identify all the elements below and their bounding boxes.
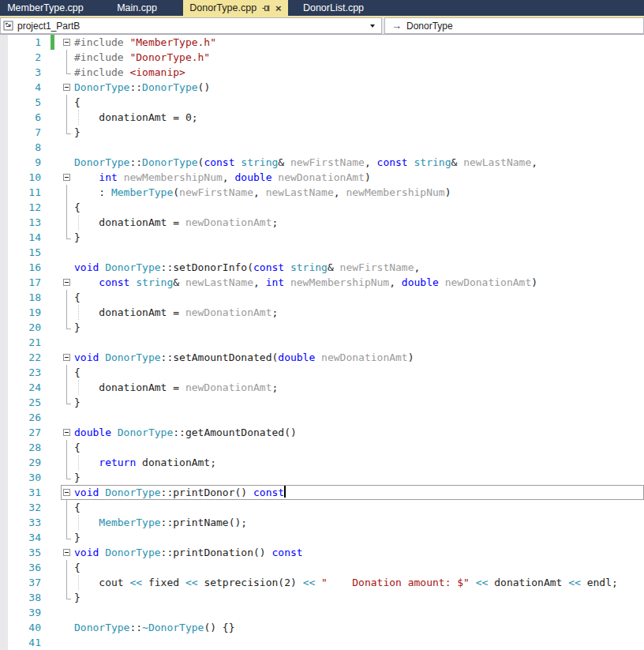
collapse-region-icon[interactable]: [63, 489, 70, 496]
code-line[interactable]: donationAmt = newDonationAmt;: [74, 305, 644, 320]
line-number[interactable]: 19: [0, 305, 43, 320]
line-number[interactable]: 11: [0, 185, 43, 200]
line-number[interactable]: 33: [0, 515, 43, 530]
line-number[interactable]: 39: [0, 605, 43, 620]
code-line[interactable]: donationAmt = newDonationAmt;: [74, 380, 644, 395]
line-number[interactable]: 29: [0, 455, 43, 470]
line-number[interactable]: 37: [0, 575, 43, 590]
collapse-region-icon[interactable]: [63, 354, 70, 361]
code-line[interactable]: }: [74, 395, 644, 410]
line-number[interactable]: 30: [0, 470, 43, 485]
line-number[interactable]: 13: [0, 215, 43, 230]
code-line[interactable]: #include "DonorType.h": [74, 50, 644, 65]
line-number[interactable]: 24: [0, 380, 43, 395]
code-line[interactable]: }: [74, 320, 644, 335]
line-number[interactable]: 18: [0, 290, 43, 305]
line-number[interactable]: 36: [0, 560, 43, 575]
line-number[interactable]: 16: [0, 260, 43, 275]
line-number[interactable]: 38: [0, 590, 43, 605]
code-line[interactable]: DonorType::DonorType(): [74, 80, 644, 95]
line-number[interactable]: 14: [0, 230, 43, 245]
code-line[interactable]: double DonorType::getAmountDonated(): [74, 425, 644, 440]
code-line[interactable]: void DonorType::printDonation() const: [74, 545, 644, 560]
code-line[interactable]: void DonorType::printDonor() const: [74, 485, 644, 500]
code-line[interactable]: [74, 605, 644, 620]
code-line[interactable]: void DonorType::setAmountDonated(double …: [74, 350, 644, 365]
line-number[interactable]: 23: [0, 365, 43, 380]
line-number[interactable]: 22: [0, 350, 43, 365]
line-number[interactable]: 3: [0, 65, 43, 80]
line-number[interactable]: 1: [0, 35, 43, 50]
code-line[interactable]: MemberType::printName();: [74, 515, 644, 530]
collapse-region-icon[interactable]: [63, 39, 70, 46]
code-line[interactable]: {: [74, 290, 644, 305]
code-line[interactable]: [74, 410, 644, 425]
line-number[interactable]: 41: [0, 635, 43, 650]
line-number[interactable]: 5: [0, 95, 43, 110]
line-number[interactable]: 26: [0, 410, 43, 425]
code-line[interactable]: donationAmt = 0;: [74, 110, 644, 125]
line-number[interactable]: 15: [0, 245, 43, 260]
line-number[interactable]: 7: [0, 125, 43, 140]
close-icon[interactable]: ×: [275, 4, 282, 13]
collapse-region-icon[interactable]: [63, 549, 70, 556]
line-number[interactable]: 21: [0, 335, 43, 350]
tab-donorlist-cpp[interactable]: DonorList.cpp: [288, 0, 379, 16]
code-line[interactable]: {: [74, 500, 644, 515]
line-number[interactable]: 32: [0, 500, 43, 515]
code-line[interactable]: {: [74, 95, 644, 110]
code-line[interactable]: void DonorType::setDonorInfo(const strin…: [74, 260, 644, 275]
tab-membertype-cpp[interactable]: MemberType.cpp: [0, 0, 91, 16]
code-line[interactable]: }: [74, 590, 644, 605]
tab-main-cpp[interactable]: Main.cpp: [91, 0, 183, 16]
code-line[interactable]: }: [74, 230, 644, 245]
code-line[interactable]: DonorType::~DonorType() {}: [74, 620, 644, 635]
collapse-region-icon[interactable]: [63, 279, 70, 286]
line-number[interactable]: 34: [0, 530, 43, 545]
code-line[interactable]: [74, 335, 644, 350]
line-number[interactable]: 10: [0, 170, 43, 185]
code-line[interactable]: }: [74, 530, 644, 545]
code-line[interactable]: {: [74, 200, 644, 215]
line-number[interactable]: 17: [0, 275, 43, 290]
code-line[interactable]: #include <iomanip>: [74, 65, 644, 80]
code-line[interactable]: int newMembershipNum, double newDonation…: [74, 170, 644, 185]
line-number[interactable]: 31: [0, 485, 43, 500]
line-number[interactable]: 20: [0, 320, 43, 335]
collapse-region-icon[interactable]: [63, 84, 70, 91]
line-number[interactable]: 40: [0, 620, 43, 635]
line-number[interactable]: 25: [0, 395, 43, 410]
code-line[interactable]: {: [74, 560, 644, 575]
code-line[interactable]: }: [74, 125, 644, 140]
code-line[interactable]: DonorType::DonorType(const string& newFi…: [74, 155, 644, 170]
collapse-region-icon[interactable]: [63, 174, 70, 181]
line-number[interactable]: 28: [0, 440, 43, 455]
code-line[interactable]: [74, 140, 644, 155]
code-line[interactable]: {: [74, 440, 644, 455]
project-dropdown[interactable]: project1_PartB: [0, 17, 382, 34]
chevron-down-icon[interactable]: [370, 24, 375, 28]
scope-dropdown[interactable]: → DonorType: [384, 17, 644, 34]
line-number[interactable]: 8: [0, 140, 43, 155]
code-line[interactable]: const string& newLastName, int newMember…: [74, 275, 644, 290]
line-number[interactable]: 35: [0, 545, 43, 560]
line-number[interactable]: 6: [0, 110, 43, 125]
code-editor[interactable]: 1#include "MemberType.h"2#include "Donor…: [0, 35, 644, 650]
code-line[interactable]: [74, 245, 644, 260]
code-line[interactable]: return donationAmt;: [74, 455, 644, 470]
line-number[interactable]: 2: [0, 50, 43, 65]
code-line[interactable]: }: [74, 470, 644, 485]
line-number[interactable]: 27: [0, 425, 43, 440]
code-line[interactable]: donationAmt = newDonationAmt;: [74, 215, 644, 230]
code-line[interactable]: #include "MemberType.h": [74, 35, 644, 50]
line-number[interactable]: 9: [0, 155, 43, 170]
code-line[interactable]: [74, 635, 644, 650]
pin-icon[interactable]: [262, 4, 271, 13]
collapse-region-icon[interactable]: [63, 429, 70, 436]
code-line[interactable]: : MemberType(newFirstName, newLastName, …: [74, 185, 644, 200]
line-number[interactable]: 4: [0, 80, 43, 95]
code-line[interactable]: {: [74, 365, 644, 380]
tab-donortype-cpp[interactable]: DonorType.cpp ×: [183, 0, 288, 16]
code-line[interactable]: cout << fixed << setprecision(2) << " Do…: [74, 575, 644, 590]
line-number[interactable]: 12: [0, 200, 43, 215]
